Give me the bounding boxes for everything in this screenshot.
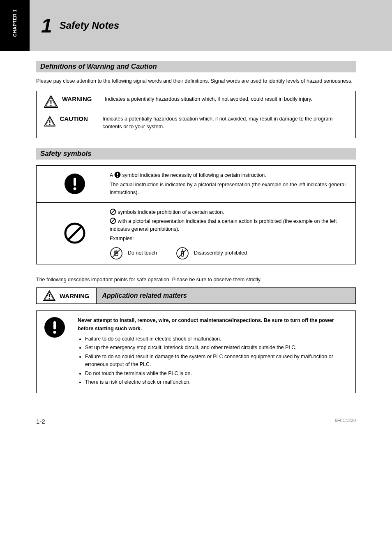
prohibit-symbol-text: symbols indicate prohibition of a certai… [106,207,348,260]
mandatory-text-a: A [110,172,114,178]
instruction-item: Do not touch the terminals while the PLC… [85,370,348,378]
chapter-tab-label: CHAPTER 1 [12,9,17,37]
examples-label: Examples: [110,235,348,243]
mandatory-text-b: symbol indicates the necessity of follow… [122,172,266,178]
chapter-title: Safety Notes [60,20,119,31]
chapter-title-band: 1 Safety Notes [30,0,392,51]
instruction-item: There is a risk of electric shock or mal… [85,378,348,386]
example-do-not-touch: Do not touch [110,247,157,260]
svg-rect-9 [74,178,76,186]
section-heading-safety-symbols: Safety symbols [36,148,356,160]
warning-definition: Indicates a potentially hazardous situat… [105,95,312,103]
signal-row-warning: WARNING Indicates a potentially hazardou… [37,91,355,115]
mandatory-detail: The actual instruction is indicated by a… [110,181,348,197]
signal-word-box: WARNING Indicates a potentially hazardou… [36,91,356,139]
doc-reference: 6F8C1220 [335,418,356,425]
instruction-text: Never attempt to install, remove, wire, … [69,317,348,387]
instruction-item: Failure to do so could result in electri… [85,335,348,343]
instruction-item: Set up the emergency stop circuit, inter… [85,344,348,352]
warning-banner: WARNING Application related matters [36,287,356,304]
caution-triangle-icon [44,115,55,127]
prohibit-symbol-row: symbols indicate prohibition of a certai… [37,202,355,264]
svg-rect-12 [117,173,118,176]
prohibit-intro: symbols indicate prohibition of a certai… [118,209,224,215]
disassembly-prohibited-icon [176,247,189,260]
prohibit-examples: Do not touch Disassembly prohibited [110,247,348,260]
svg-point-13 [117,176,118,177]
svg-point-30 [53,331,56,334]
warning-triangle-icon-2 [43,290,55,301]
do-not-touch-icon [110,247,123,260]
mandatory-symbol-row: A symbol indicates the necessity of foll… [37,166,355,202]
mandatory-icon-large [64,173,85,195]
svg-point-3 [50,104,51,106]
warning-label: WARNING [62,95,99,102]
chapter-header: CHAPTER 1 1 Safety Notes [0,0,392,51]
signal-row-caution: CAUTION Indicates a potentially hazardou… [37,115,355,138]
mandatory-icon-inline [114,171,121,178]
prohibit-icon-inline-1 [110,208,116,215]
caution-definition: Indicates a potentially hazardous situat… [102,115,348,131]
definitions-intro: Please pay close attention to the follow… [36,77,356,85]
example-text-1: Do not touch [128,249,157,257]
instruction-lead: Never attempt to install, remove, wire, … [78,317,334,331]
svg-line-19 [111,219,115,223]
prohibit-icon-large [64,222,85,244]
caution-label: CAUTION [60,115,97,122]
chapter-number: 1 [41,14,52,37]
example-disassembly: Disassembly prohibited [176,247,247,260]
warning-banner-label: WARNING [60,292,90,299]
instruction-box: Never attempt to install, remove, wire, … [36,310,356,393]
safety-symbols-box: A symbol indicates the necessity of foll… [36,165,356,264]
page-footer: 1-2 6F8C1220 [0,393,392,425]
prohibit-icon-inline-2 [110,218,116,224]
warning-banner-title: Application related matters [97,288,356,303]
svg-point-27 [49,298,50,299]
svg-line-17 [111,210,115,213]
mandatory-symbol-text: A symbol indicates the necessity of foll… [106,170,348,198]
svg-rect-29 [53,321,56,329]
section-heading-definitions: Definitions of Warning and Caution [36,61,356,72]
instruction-item: Failure to do so could result in damage … [85,353,348,369]
svg-point-10 [74,188,76,190]
mandatory-icon-large-2 [44,317,65,338]
svg-point-7 [49,124,51,125]
example-text-2: Disassembly prohibited [194,249,247,257]
page-number: 1-2 [36,418,45,425]
application-note: The following describes important points… [36,276,356,284]
svg-line-15 [68,227,81,240]
instruction-list: Failure to do so could result in electri… [78,335,348,386]
warning-triangle-icon [44,95,58,108]
prohibit-detail: with a pictorial representation indicate… [110,218,337,232]
warning-banner-left: WARNING [37,288,97,303]
chapter-tab: CHAPTER 1 [0,0,30,51]
